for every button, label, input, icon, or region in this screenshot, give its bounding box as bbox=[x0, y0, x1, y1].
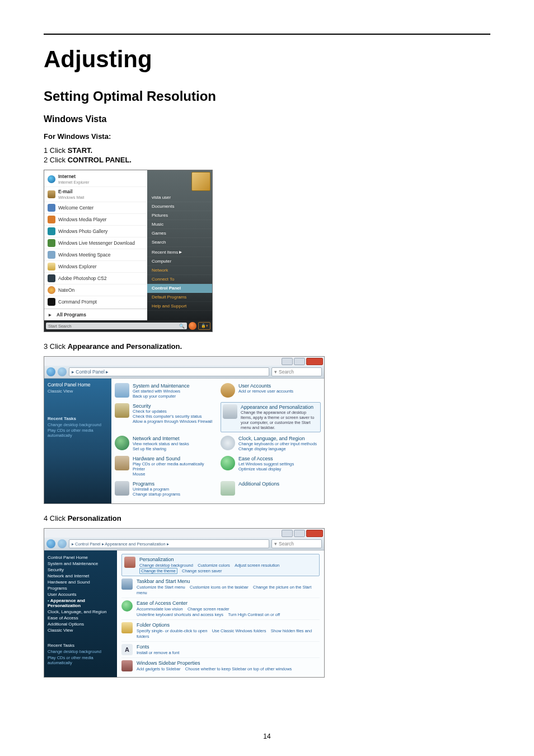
sidebar-recent-1: Change desktop background bbox=[48, 649, 114, 654]
sidebar-item: System and Maintenance bbox=[48, 561, 114, 566]
sidebar-item: Ease of Access bbox=[48, 615, 114, 620]
maximize-icon bbox=[294, 530, 305, 537]
screenshot-start-menu: Internet Internet Explorer E-mail Window… bbox=[44, 170, 213, 332]
nav-back-icon bbox=[46, 539, 55, 548]
cat-appearance-highlighted: Appearance and Personalization Change th… bbox=[221, 402, 321, 432]
search-input: ▾ Search bbox=[271, 367, 322, 376]
section-heading: Setting Optimal Resolution bbox=[44, 88, 490, 104]
mail-icon bbox=[48, 190, 55, 198]
ease-icon bbox=[121, 600, 133, 612]
cat-security: Security Check for updates Check this co… bbox=[115, 402, 215, 432]
control-panel-main: System and Maintenance Get started with … bbox=[111, 379, 324, 503]
paragraph-lead: For Windows Vista: bbox=[44, 132, 490, 141]
start-item-meeting-space: Windows Meeting Space bbox=[44, 249, 147, 260]
start-item-nateon: NateOn bbox=[44, 284, 147, 296]
row-ease: Ease of Access Center Accommodate low vi… bbox=[121, 598, 320, 620]
sidebar-item: User Accounts bbox=[48, 592, 114, 597]
hardware-icon bbox=[115, 456, 129, 470]
messenger-icon bbox=[48, 239, 55, 247]
ease-icon bbox=[221, 456, 235, 470]
sidebar-item-active: Appearance and Personalization bbox=[48, 598, 114, 608]
sidebar-recent-heading: Recent Tasks bbox=[48, 643, 114, 648]
start-right-search: Search bbox=[147, 238, 212, 247]
nav-forward-icon bbox=[58, 367, 67, 376]
row-taskbar: Taskbar and Start Menu Customize the Sta… bbox=[121, 576, 320, 598]
appearance-icon bbox=[223, 404, 237, 419]
start-right-default-programs: Default Programs bbox=[147, 293, 212, 302]
close-icon bbox=[306, 358, 323, 365]
sidebar-item: Hardware and Sound bbox=[48, 580, 114, 585]
start-all-programs: ▸ All Programs bbox=[44, 309, 147, 320]
start-right-pictures: Pictures bbox=[147, 211, 212, 220]
cat-additional: Additional Options bbox=[221, 480, 321, 498]
window-titlebar bbox=[44, 529, 324, 538]
lock-icon: 🔒▾ bbox=[198, 322, 210, 330]
start-right-music: Music bbox=[147, 220, 212, 229]
shield-icon bbox=[115, 403, 129, 418]
start-right-connect: Connect To bbox=[147, 275, 212, 284]
start-item-email: E-mail Windows Mail bbox=[44, 186, 147, 202]
start-item-photo-gallery: Windows Photo Gallery bbox=[44, 225, 147, 237]
step-3: 3 Click Appearance and Personalization. bbox=[44, 342, 490, 351]
fonts-icon: A bbox=[121, 644, 133, 655]
row-fonts: A Fonts Install or remove a font bbox=[121, 642, 320, 658]
sidebar-item: Network and Internet bbox=[48, 573, 114, 578]
welcome-icon bbox=[48, 204, 55, 212]
start-search-bar: Start Search 🔍 🔒▾ bbox=[44, 320, 212, 332]
start-item-media-player: Windows Media Player bbox=[44, 213, 147, 225]
sidebar-recent-heading: Recent Tasks bbox=[48, 416, 108, 421]
sidebar-recent-1: Change desktop background bbox=[48, 422, 108, 427]
power-icon bbox=[189, 322, 196, 330]
photo-gallery-icon bbox=[48, 227, 55, 235]
sidebar-item: Additional Options bbox=[48, 622, 114, 627]
sidebar-classic-view: Classic View bbox=[48, 389, 108, 394]
cat-hardware: Hardware and Sound Play CDs or other med… bbox=[115, 455, 215, 478]
page-title: Adjusting bbox=[44, 46, 490, 73]
cat-programs: Programs Uninstall a program Change star… bbox=[115, 480, 215, 498]
programs-icon bbox=[115, 481, 129, 496]
sidebar-props-icon bbox=[121, 660, 133, 671]
search-input: ▾ Search bbox=[271, 539, 322, 548]
page-number: 14 bbox=[0, 732, 534, 740]
meeting-icon bbox=[48, 251, 55, 259]
cat-clock: Clock, Language, and Region Change keybo… bbox=[221, 435, 321, 452]
cat-user-accounts: User Accounts Add or remove user account… bbox=[221, 382, 321, 400]
subsection-heading: Windows Vista bbox=[44, 114, 490, 124]
address-bar: ▸ Control Panel ▸ ▾ Search bbox=[44, 366, 324, 379]
screenshot-control-panel: ▸ Control Panel ▸ ▾ Search Control Panel… bbox=[44, 356, 325, 504]
address-bar: ▸ Control Panel ▸ Appearance and Persona… bbox=[44, 538, 324, 550]
minimize-icon bbox=[282, 530, 293, 537]
sidebar-recent-2: Play CDs or other media automatically bbox=[48, 428, 108, 438]
start-right-games: Games bbox=[147, 229, 212, 238]
cat-system: System and Maintenance Get started with … bbox=[115, 382, 215, 400]
internet-icon bbox=[48, 175, 55, 183]
chevron-right-icon: ▸ bbox=[179, 249, 182, 255]
sidebar: Control Panel Home System and Maintenanc… bbox=[44, 550, 117, 677]
cat-network: Network and Internet View network status… bbox=[115, 435, 215, 452]
additional-icon bbox=[221, 481, 235, 496]
personalization-icon bbox=[124, 557, 135, 568]
minimize-icon bbox=[282, 358, 293, 365]
nav-back-icon bbox=[46, 367, 55, 376]
start-item-cmd: Command Prompt bbox=[44, 296, 147, 307]
start-right-network: Network bbox=[147, 266, 212, 275]
breadcrumb: ▸ Control Panel ▸ Appearance and Persona… bbox=[69, 539, 269, 548]
user-avatar-icon bbox=[191, 172, 210, 191]
start-right-user: vista user bbox=[147, 193, 212, 202]
taskbar-icon bbox=[121, 578, 133, 590]
start-item-live-messenger: Windows Live Messenger Download bbox=[44, 237, 147, 249]
maximize-icon bbox=[294, 358, 305, 365]
start-right-control-panel: Control Panel bbox=[147, 284, 212, 293]
cat-ease: Ease of Access Let Windows suggest setti… bbox=[221, 455, 321, 478]
row-folder: Folder Options Specify single- or double… bbox=[121, 620, 320, 642]
start-right-help: Help and Support bbox=[147, 302, 212, 311]
sidebar-item: Control Panel Home bbox=[48, 555, 114, 560]
explorer-icon bbox=[48, 263, 55, 270]
start-item-welcome: Welcome Center bbox=[44, 202, 147, 213]
step-2: 2 Click CONTROL PANEL. bbox=[44, 156, 490, 164]
sidebar-item: Classic View bbox=[48, 628, 114, 633]
clock-icon bbox=[221, 436, 235, 450]
start-item-internet: Internet Internet Explorer bbox=[44, 170, 147, 186]
nateon-icon bbox=[48, 286, 55, 294]
system-icon bbox=[115, 383, 129, 398]
